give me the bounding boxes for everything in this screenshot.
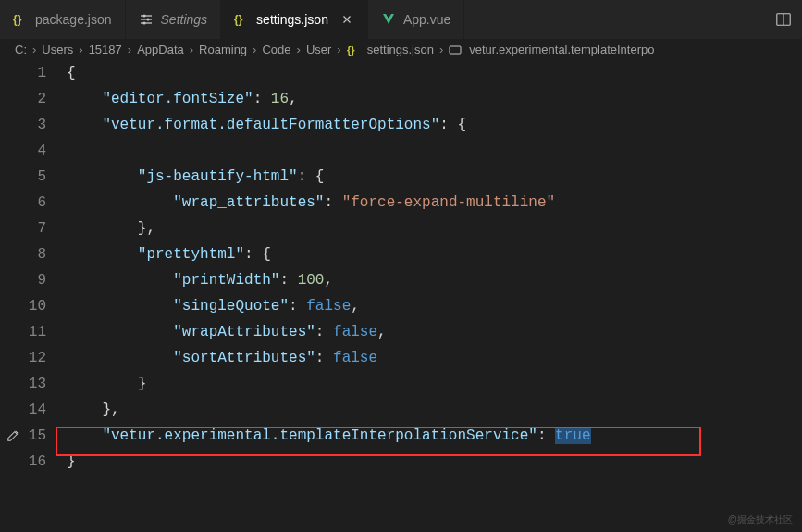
code-line[interactable]: "sortAttributes": false bbox=[67, 345, 802, 371]
code-line[interactable]: "wrap_attributes": "force-expand-multili… bbox=[67, 190, 802, 216]
line-number: 2 bbox=[0, 86, 46, 112]
breadcrumb-segment[interactable]: AppData bbox=[137, 43, 184, 56]
breadcrumb-file[interactable]: settings.json bbox=[367, 43, 434, 56]
line-number: 6 bbox=[0, 190, 46, 216]
tab-label: Settings bbox=[161, 12, 208, 27]
line-number: 10 bbox=[0, 293, 46, 319]
breadcrumb-segment[interactable]: C: bbox=[15, 43, 27, 56]
breadcrumb-symbol[interactable]: vetur.experimental.templateInterpo bbox=[469, 43, 654, 56]
code-line[interactable]: "vetur.format.defaultFormatterOptions": … bbox=[67, 112, 802, 138]
code-line[interactable]: { bbox=[67, 60, 802, 86]
vue-icon bbox=[381, 12, 396, 27]
code-line[interactable]: "printWidth": 100, bbox=[67, 267, 802, 293]
line-number: 4 bbox=[0, 138, 46, 164]
code-line[interactable] bbox=[67, 138, 802, 164]
code-area[interactable]: { "editor.fontSize": 16, "vetur.format.d… bbox=[67, 60, 802, 475]
code-line[interactable]: "wrapAttributes": false, bbox=[67, 319, 802, 345]
chevron-right-icon: › bbox=[297, 43, 301, 56]
tab-actions bbox=[765, 0, 802, 39]
tab-app-vue[interactable]: App.vue bbox=[368, 0, 464, 39]
chevron-right-icon: › bbox=[128, 43, 131, 56]
svg-rect-11 bbox=[450, 46, 461, 54]
line-number: 5 bbox=[0, 164, 46, 190]
line-number: 9 bbox=[0, 267, 46, 293]
chevron-right-icon: › bbox=[337, 43, 340, 56]
line-number: 16 bbox=[0, 449, 46, 475]
line-gutter: 12345678910111213141516 bbox=[0, 60, 67, 475]
code-line[interactable]: } bbox=[67, 371, 802, 397]
json-icon: {} bbox=[13, 12, 28, 27]
tab-settings[interactable]: Settings bbox=[126, 0, 222, 39]
chevron-right-icon: › bbox=[79, 43, 82, 56]
svg-text:{}: {} bbox=[234, 13, 243, 26]
code-line[interactable]: "js-beautify-html": { bbox=[67, 164, 802, 190]
svg-point-5 bbox=[146, 19, 149, 21]
tab-label: settings.json bbox=[256, 12, 328, 27]
code-line[interactable]: } bbox=[67, 449, 802, 475]
code-line[interactable]: }, bbox=[67, 216, 802, 241]
code-line[interactable]: "prettyhtml": { bbox=[67, 241, 802, 267]
line-number: 7 bbox=[0, 216, 46, 241]
split-editor-icon[interactable] bbox=[774, 10, 793, 29]
line-number: 14 bbox=[0, 397, 46, 423]
line-number: 13 bbox=[0, 371, 46, 397]
chevron-right-icon: › bbox=[439, 43, 443, 56]
chevron-right-icon: › bbox=[190, 43, 193, 56]
code-line[interactable]: "editor.fontSize": 16, bbox=[67, 86, 802, 112]
svg-text:{}: {} bbox=[13, 13, 22, 26]
editor[interactable]: 12345678910111213141516 { "editor.fontSi… bbox=[0, 60, 802, 475]
line-number: 11 bbox=[0, 319, 46, 345]
tab-label: App.vue bbox=[403, 12, 450, 27]
close-icon[interactable] bbox=[339, 12, 354, 27]
line-number: 1 bbox=[0, 60, 46, 86]
breadcrumb-segment[interactable]: Users bbox=[42, 43, 73, 56]
json-icon: {} bbox=[347, 43, 360, 56]
code-line[interactable]: "vetur.experimental.templateInterpolatio… bbox=[67, 423, 802, 449]
tab-settings-json[interactable]: {} settings.json bbox=[221, 0, 368, 39]
svg-text:{}: {} bbox=[347, 44, 355, 56]
pencil-icon bbox=[6, 428, 20, 443]
tab-bar: {} package.json Settings {} settings.jso… bbox=[0, 0, 802, 39]
breadcrumb-segment[interactable]: Roaming bbox=[199, 43, 247, 56]
line-number: 15 bbox=[0, 423, 46, 449]
settings-icon bbox=[139, 12, 154, 27]
breadcrumb-segment[interactable]: User bbox=[306, 43, 331, 56]
code-line[interactable]: "singleQuote": false, bbox=[67, 293, 802, 319]
symbol-icon bbox=[449, 43, 462, 56]
breadcrumb[interactable]: C:› Users› 15187› AppData› Roaming› Code… bbox=[0, 39, 802, 60]
line-number: 8 bbox=[0, 241, 46, 267]
tab-package-json[interactable]: {} package.json bbox=[0, 0, 126, 39]
chevron-right-icon: › bbox=[32, 43, 36, 56]
svg-point-6 bbox=[142, 22, 145, 25]
code-line[interactable]: }, bbox=[67, 397, 802, 423]
watermark: @掘金技术社区 bbox=[728, 513, 793, 526]
line-number: 3 bbox=[0, 112, 46, 138]
tab-label: package.json bbox=[35, 12, 112, 27]
breadcrumb-segment[interactable]: Code bbox=[262, 43, 290, 56]
chevron-right-icon: › bbox=[253, 43, 256, 56]
json-icon: {} bbox=[234, 12, 249, 27]
breadcrumb-segment[interactable]: 15187 bbox=[89, 43, 122, 56]
svg-point-4 bbox=[142, 15, 145, 18]
line-number: 12 bbox=[0, 345, 46, 371]
